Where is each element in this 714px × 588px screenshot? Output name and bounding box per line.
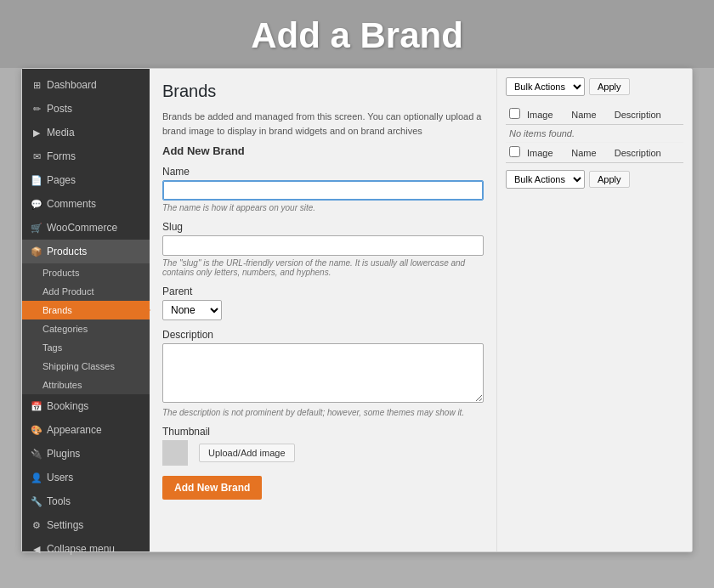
sidebar-item-collapse[interactable]: ◀ Collapse menu: [22, 537, 150, 561]
select-all-checkbox-top[interactable]: [509, 108, 520, 119]
parent-select[interactable]: None: [162, 300, 222, 320]
sidebar-item-brands[interactable]: Brands: [22, 301, 150, 319]
brands-table: Image Name Description No items found. I…: [506, 105, 683, 163]
add-brand-button[interactable]: Add New Brand: [162, 476, 262, 500]
sidebar-item-users[interactable]: 👤 Users: [22, 466, 150, 489]
name-section: Name The name is how it appears on your …: [162, 166, 484, 212]
sidebar-item-attributes[interactable]: Attributes: [22, 376, 150, 394]
name-label: Name: [162, 166, 484, 178]
plugins-icon: 🔌: [31, 449, 42, 460]
users-icon: 👤: [31, 472, 42, 483]
bulk-actions-select-bottom[interactable]: Bulk Actions: [506, 170, 585, 189]
apply-button-top[interactable]: Apply: [589, 78, 630, 95]
brands-description: Brands be added and managed from this sc…: [162, 110, 484, 138]
sidebar-item-add-product[interactable]: Add Product: [22, 282, 150, 301]
pages-icon: 📄: [31, 175, 42, 186]
page-main-title: Add a Brand: [0, 15, 714, 56]
sidebar-item-settings[interactable]: ⚙ Settings: [22, 513, 150, 537]
parent-label: Parent: [162, 286, 484, 297]
name-col-header: Name: [568, 105, 611, 125]
image-col-header: Image: [524, 105, 568, 125]
appearance-icon: 🎨: [31, 425, 42, 436]
posts-icon: ✏: [31, 104, 42, 115]
bulk-actions-top: Bulk Actions Apply: [506, 77, 683, 96]
description-section: Description The description is not promi…: [162, 329, 484, 417]
sidebar-item-posts[interactable]: ✏ Posts: [22, 97, 150, 121]
select-all-checkbox-bottom[interactable]: [509, 146, 520, 157]
sidebar-item-appearance[interactable]: 🎨 Appearance: [22, 418, 150, 442]
sidebar-item-tags[interactable]: Tags: [22, 338, 150, 357]
right-panel: Bulk Actions Apply Image Name Descriptio…: [496, 69, 692, 551]
sidebar-item-media[interactable]: ▶ Media: [22, 121, 150, 144]
bulk-actions-bottom: Bulk Actions Apply: [506, 170, 683, 189]
dashboard-icon: ⊞: [31, 80, 42, 91]
main-content-area: Brands Brands be added and managed from …: [150, 69, 496, 551]
no-items-row: No items found.: [506, 125, 683, 143]
description-col-header: Description: [611, 105, 683, 125]
sidebar-item-bookings[interactable]: 📅 Bookings: [22, 394, 150, 418]
thumbnail-section: Thumbnail Upload/Add image: [162, 426, 484, 466]
comments-icon: 💬: [31, 199, 42, 210]
upload-image-button[interactable]: Upload/Add image: [199, 444, 295, 462]
sidebar: ⊞ Dashboard ✏ Posts ▶ Media ✉ Forms 📄 Pa…: [22, 69, 150, 551]
brands-active-arrow: [144, 304, 150, 316]
add-new-brand-heading: Add New Brand: [162, 144, 484, 157]
sidebar-item-shipping-classes[interactable]: Shipping Classes: [22, 357, 150, 376]
bulk-actions-select-top[interactable]: Bulk Actions: [506, 77, 585, 96]
products-icon: 📦: [31, 246, 42, 257]
thumbnail-label: Thumbnail: [162, 426, 484, 438]
parent-section: Parent None: [162, 286, 484, 320]
slug-label: Slug: [162, 221, 484, 233]
sidebar-item-dashboard[interactable]: ⊞ Dashboard: [22, 73, 150, 97]
apply-button-bottom[interactable]: Apply: [589, 171, 630, 188]
collapse-icon: ◀: [31, 544, 42, 555]
slug-hint: The "slug" is the URL-friendly version o…: [162, 258, 484, 277]
description-hint: The description is not prominent by defa…: [162, 408, 484, 417]
browser-window: ⊞ Dashboard ✏ Posts ▶ Media ✉ Forms 📄 Pa…: [21, 68, 693, 552]
sidebar-item-forms[interactable]: ✉ Forms: [22, 144, 150, 168]
description-textarea[interactable]: [162, 343, 484, 403]
header-banner: Add a Brand: [0, 0, 714, 68]
sidebar-item-comments[interactable]: 💬 Comments: [22, 192, 150, 216]
slug-input[interactable]: [162, 235, 484, 256]
thumbnail-placeholder: [162, 440, 188, 466]
name-col-footer: Name: [568, 143, 611, 163]
sidebar-item-pages[interactable]: 📄 Pages: [22, 168, 150, 192]
name-input[interactable]: [162, 180, 484, 201]
sidebar-item-categories[interactable]: Categories: [22, 319, 150, 338]
woocommerce-icon: 🛒: [31, 223, 42, 234]
sidebar-item-products[interactable]: 📦 Products: [22, 240, 150, 263]
products-submenu: Products Add Product Brands Categories T…: [22, 263, 150, 394]
sidebar-item-products-list[interactable]: Products: [22, 263, 150, 282]
description-col-footer: Description: [611, 143, 683, 163]
settings-icon: ⚙: [31, 520, 42, 531]
name-hint: The name is how it appears on your site.: [162, 203, 484, 212]
brands-page-title: Brands: [162, 82, 484, 101]
sidebar-item-plugins[interactable]: 🔌 Plugins: [22, 442, 150, 466]
sidebar-item-woocommerce[interactable]: 🛒 WooCommerce: [22, 216, 150, 240]
sidebar-item-tools[interactable]: 🔧 Tools: [22, 489, 150, 513]
media-icon: ▶: [31, 127, 42, 139]
bookings-icon: 📅: [31, 401, 42, 412]
description-label: Description: [162, 329, 484, 341]
forms-icon: ✉: [31, 151, 42, 162]
slug-section: Slug The "slug" is the URL-friendly vers…: [162, 221, 484, 277]
tools-icon: 🔧: [31, 496, 42, 507]
image-col-footer: Image: [524, 143, 568, 163]
